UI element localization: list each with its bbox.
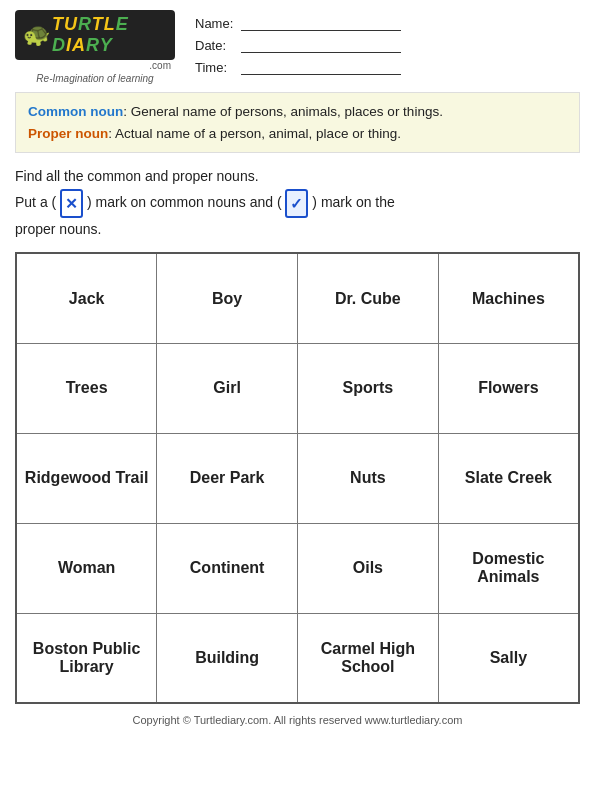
table-row: Ridgewood TrailDeer ParkNutsSlate Creek (16, 433, 579, 523)
name-label: Name: (195, 16, 237, 31)
common-noun-def: Common noun: General name of persons, an… (28, 101, 567, 123)
time-label: Time: (195, 60, 237, 75)
noun-table: JackBoyDr. CubeMachinesTreesGirlSportsFl… (15, 252, 580, 704)
page: 🐢 TURTLE DIARY .com Re-Imagination of le… (0, 0, 595, 736)
instruction-line3: proper nouns. (15, 218, 580, 242)
instruction-line2: Put a ( ✕ ) mark on common nouns and ( ✓… (15, 189, 580, 219)
instruction-line1: Find all the common and proper nouns. (15, 165, 580, 189)
x-mark-icon: ✕ (60, 189, 83, 219)
table-cell[interactable]: Machines (438, 253, 579, 343)
name-row: Name: (195, 15, 580, 31)
footer: Copyright © Turtlediary.com. All rights … (15, 714, 580, 726)
table-cell[interactable]: Trees (16, 343, 157, 433)
time-input[interactable] (241, 59, 401, 75)
table-cell[interactable]: Boston Public Library (16, 613, 157, 703)
check-mark-icon: ✓ (285, 189, 308, 219)
definition-box: Common noun: General name of persons, an… (15, 92, 580, 153)
table-cell[interactable]: Slate Creek (438, 433, 579, 523)
common-noun-label: Common noun (28, 104, 123, 119)
logo-com: .com (15, 60, 175, 71)
name-input[interactable] (241, 15, 401, 31)
table-cell[interactable]: Girl (157, 343, 298, 433)
table-row: JackBoyDr. CubeMachines (16, 253, 579, 343)
turtle-icon: 🐢 (23, 24, 50, 46)
table-row: WomanContinentOilsDomestic Animals (16, 523, 579, 613)
date-row: Date: (195, 37, 580, 53)
date-label: Date: (195, 38, 237, 53)
table-cell[interactable]: Building (157, 613, 298, 703)
proper-noun-text: : Actual name of a person, animal, place… (108, 126, 401, 141)
logo-box: 🐢 TURTLE DIARY (15, 10, 175, 60)
date-input[interactable] (241, 37, 401, 53)
table-cell[interactable]: Flowers (438, 343, 579, 433)
table-cell[interactable]: Deer Park (157, 433, 298, 523)
logo-tagline: Re-Imagination of learning (36, 73, 153, 84)
table-cell[interactable]: Continent (157, 523, 298, 613)
table-cell[interactable]: Domestic Animals (438, 523, 579, 613)
table-cell[interactable]: Sports (298, 343, 439, 433)
table-cell[interactable]: Ridgewood Trail (16, 433, 157, 523)
table-cell[interactable]: Jack (16, 253, 157, 343)
table-cell[interactable]: Boy (157, 253, 298, 343)
time-row: Time: (195, 59, 580, 75)
table-cell[interactable]: Oils (298, 523, 439, 613)
name-fields: Name: Date: Time: (175, 10, 580, 81)
logo-text: TURTLE DIARY (52, 14, 167, 56)
table-cell[interactable]: Sally (438, 613, 579, 703)
instructions: Find all the common and proper nouns. Pu… (15, 165, 580, 242)
proper-noun-label: Proper noun (28, 126, 108, 141)
table-cell[interactable]: Dr. Cube (298, 253, 439, 343)
table-cell[interactable]: Woman (16, 523, 157, 613)
logo-area: 🐢 TURTLE DIARY .com Re-Imagination of le… (15, 10, 175, 84)
common-noun-text: : General name of persons, animals, plac… (123, 104, 443, 119)
header: 🐢 TURTLE DIARY .com Re-Imagination of le… (15, 10, 580, 84)
table-row: TreesGirlSportsFlowers (16, 343, 579, 433)
proper-noun-def: Proper noun: Actual name of a person, an… (28, 123, 567, 145)
table-row: Boston Public LibraryBuildingCarmel High… (16, 613, 579, 703)
table-cell[interactable]: Nuts (298, 433, 439, 523)
table-cell[interactable]: Carmel High School (298, 613, 439, 703)
